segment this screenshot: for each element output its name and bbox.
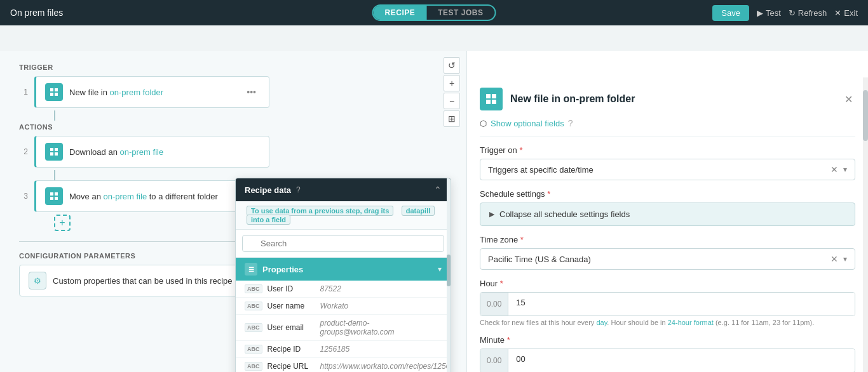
timezone-select[interactable]: Pacific Time (US & Canada) ✕ ▾ — [480, 248, 855, 270]
svg-rect-2 — [50, 93, 53, 96]
tab-testjobs[interactable]: TEST JOBS — [426, 6, 494, 20]
recipe-data-popup: Recipe data ? ⌃ To use data from a previ… — [235, 178, 451, 372]
rp-trigger-icon — [480, 88, 503, 110]
schedule-required: * — [547, 189, 550, 199]
hour-label: Hour * — [480, 279, 855, 288]
popup-collapse-btn[interactable]: ⌃ — [434, 185, 442, 195]
action1-icon — [45, 143, 63, 161]
trigger-step-menu[interactable]: ••• — [243, 86, 260, 98]
collapse-row[interactable]: ▶ Collapse all schedule settings fields — [489, 209, 846, 219]
type-badge-recipeurl: ABC — [245, 362, 262, 371]
hour-group: Hour * 0.00 15 Check for new files at th… — [480, 279, 855, 326]
hour-input[interactable]: 15 — [508, 293, 855, 316]
right-panel-scrollbar-thumb[interactable] — [863, 90, 868, 141]
show-optional-prefix: ⬡ — [480, 119, 487, 128]
test-button[interactable]: ▶ Test — [757, 8, 781, 18]
minute-prefix: 0.00 — [480, 349, 508, 372]
schedule-settings-group: Schedule settings * ▶ Collapse all sched… — [480, 189, 855, 226]
minute-input[interactable]: 00 — [508, 349, 855, 372]
svg-rect-0 — [50, 88, 53, 91]
field-name-recipeid: Recipe ID — [268, 345, 315, 354]
config-icon: ⚙ — [29, 272, 46, 289]
svg-rect-4 — [50, 148, 53, 151]
canvas-controls: ↺ + − ⊞ — [444, 57, 460, 127]
hour-required: * — [500, 279, 503, 288]
save-button[interactable]: Save — [712, 5, 749, 21]
top-bar-actions: Save ▶ Test ↻ Refresh ✕ Exit — [712, 5, 858, 21]
right-panel-content: New file in on-prem folder ✕ ⬡ Show opti… — [467, 77, 868, 372]
data-row-recipeid: ABC Recipe ID 1256185 — [236, 341, 451, 358]
step-num-3: 3 — [19, 192, 28, 201]
trigger-step-container: 1 New file in on-prem folder ••• — [19, 76, 447, 108]
minute-field-wrap: 0.00 00 — [480, 349, 855, 372]
rp-close-btn[interactable]: ✕ — [842, 91, 855, 108]
refresh-icon: ↻ — [789, 8, 796, 18]
schedule-section: ▶ Collapse all schedule settings fields — [480, 203, 855, 226]
timezone-group: Time zone * Pacific Time (US & Canada) ✕… — [480, 235, 855, 270]
svg-rect-1 — [55, 88, 58, 91]
trigger-on-required: * — [519, 145, 522, 155]
show-optional-link[interactable]: Show optional fields — [491, 119, 564, 128]
connector-2 — [54, 170, 55, 180]
field-value-recipeid: 1256185 — [320, 345, 350, 354]
popup-title-row: Recipe data ? — [245, 185, 301, 195]
config-text: Custom properties that can be used in th… — [53, 276, 245, 286]
add-step-button[interactable]: + — [54, 215, 71, 231]
hour-prefix: 0.00 — [480, 293, 508, 316]
properties-section[interactable]: ☰ Properties ▾ — [236, 258, 451, 281]
popup-search-row: 🔍 — [236, 230, 451, 258]
canvas-zoom-out-btn[interactable]: − — [444, 93, 460, 109]
trigger-step-card[interactable]: New file in on-prem folder ••• — [34, 76, 269, 108]
timezone-label: Time zone * — [480, 235, 855, 244]
right-panel: App → Connection → Trigger → Setup New f… — [467, 51, 868, 372]
schedule-settings-label: Schedule settings * — [480, 189, 855, 199]
connector-1 — [54, 110, 55, 121]
svg-rect-11 — [55, 197, 58, 200]
popup-scrollbar-thumb — [447, 255, 451, 286]
recipe-data-search-input[interactable] — [242, 235, 444, 252]
show-optional-row: ⬡ Show optional fields ? — [480, 118, 855, 136]
popup-help-icon[interactable]: ? — [296, 185, 301, 194]
data-row-username: ABC User name Workato — [236, 298, 451, 315]
exit-button[interactable]: ✕ Exit — [834, 8, 858, 18]
top-bar: On prem files RECIPE TEST JOBS Save ▶ Te… — [0, 0, 868, 25]
tab-recipe[interactable]: RECIPE — [374, 6, 427, 20]
field-name-recipeurl: Recipe URL — [268, 362, 315, 371]
svg-rect-15 — [492, 100, 496, 104]
page-title: On prem files — [10, 8, 63, 18]
trigger-on-select[interactable]: Triggers at specific date/time ✕ ▾ — [480, 159, 855, 180]
datapill-label: datapill — [402, 206, 435, 216]
canvas-fit-btn[interactable]: ⊞ — [444, 110, 460, 127]
optional-help-icon[interactable]: ? — [568, 118, 573, 128]
svg-rect-14 — [486, 100, 491, 104]
trigger-on-clear-btn[interactable]: ✕ — [831, 164, 838, 175]
action2-icon — [45, 187, 63, 205]
config-card[interactable]: ⚙ Custom properties that can be used in … — [19, 265, 254, 296]
action2-text: Move an on-prem file to a different fold… — [69, 192, 260, 201]
refresh-button[interactable]: ↻ Refresh — [789, 8, 827, 18]
timezone-clear-btn[interactable]: ✕ — [831, 254, 838, 264]
svg-rect-3 — [55, 93, 58, 96]
svg-rect-8 — [50, 192, 53, 196]
trigger-on-label: Trigger on * — [480, 145, 855, 155]
canvas-refresh-btn[interactable]: ↺ — [444, 57, 460, 74]
action2-card[interactable]: Move an on-prem file to a different fold… — [34, 180, 269, 212]
recipe-canvas-panel: ↺ + − ⊞ TRIGGER 1 New file in on-prem fo… — [0, 51, 467, 372]
popup-scrollbar-track — [447, 178, 451, 372]
field-name-userid: User ID — [268, 284, 315, 293]
type-badge-useremail: ABC — [245, 323, 262, 332]
timezone-required: * — [520, 235, 524, 244]
canvas-zoom-in-btn[interactable]: + — [444, 75, 460, 91]
data-row-useremail: ABC User email product-demo-groups@worka… — [236, 315, 451, 341]
trigger-label: TRIGGER — [19, 63, 447, 71]
trigger-on-group: Trigger on * Triggers at specific date/t… — [480, 145, 855, 180]
svg-rect-13 — [492, 94, 496, 98]
rp-header: New file in on-prem folder ✕ — [480, 88, 855, 110]
field-value-userid: 87522 — [320, 284, 341, 293]
action1-card[interactable]: Download an on-prem file — [34, 136, 269, 168]
test-icon: ▶ — [757, 8, 763, 18]
field-value-recipeurl: https://www.workato.com/recipes/1256185 — [320, 362, 451, 371]
select-actions: ✕ ▾ — [831, 164, 847, 175]
timezone-select-actions: ✕ ▾ — [831, 254, 847, 264]
hour-help-day: day — [596, 319, 607, 326]
